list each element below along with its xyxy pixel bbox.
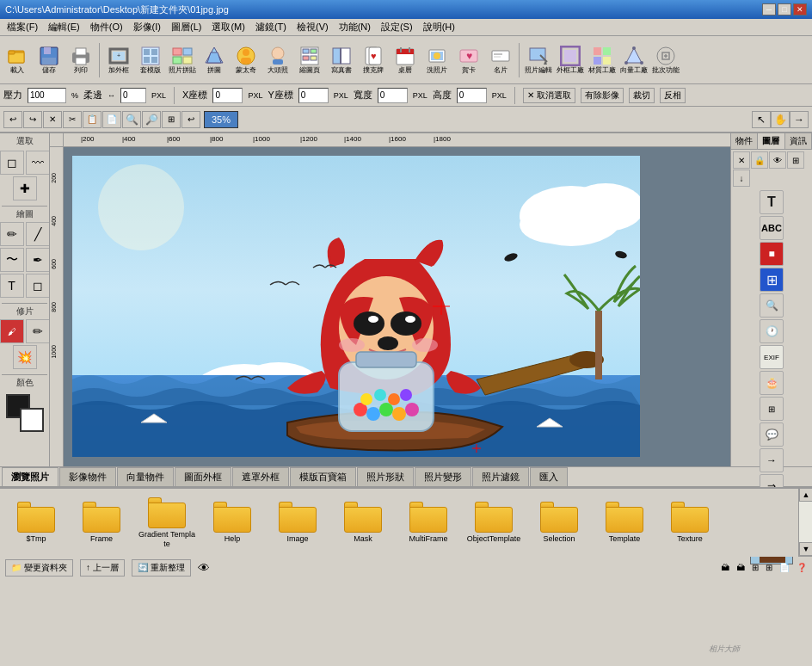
rt-eye-button[interactable]: 👁	[769, 151, 786, 169]
brush-tool[interactable]: 🖌	[0, 319, 24, 343]
help-icon[interactable]: ❓	[797, 563, 807, 572]
rt-down-button[interactable]: ↓	[733, 170, 750, 187]
namecard-button[interactable]: 名片	[485, 45, 516, 76]
folder-selection[interactable]: Selection	[528, 500, 590, 546]
tab-image-obj[interactable]: 影像物件	[59, 467, 116, 486]
minimize-button[interactable]: ─	[762, 3, 776, 15]
stamp-tool[interactable]: 💥	[13, 345, 37, 369]
grid-icon-2[interactable]: ⊞	[766, 563, 772, 572]
cut-button[interactable]: ✂	[63, 111, 82, 128]
pan-tool-button[interactable]: ✋	[771, 111, 790, 128]
redo-button[interactable]: ↪	[23, 111, 42, 128]
folder-image[interactable]: Image	[267, 500, 329, 546]
folder-objecttemplate[interactable]: ObjectTemplate	[463, 500, 525, 546]
vector-button[interactable]: 向量工廠	[618, 45, 649, 76]
menu-settings[interactable]: 設定(S)	[376, 19, 418, 35]
tab-import[interactable]: 匯入	[530, 467, 568, 486]
rt-table-tool[interactable]: ⊞	[760, 397, 784, 421]
folder-multiframe[interactable]: MultiFrame	[397, 500, 459, 546]
tab-browse[interactable]: 瀏覽照片	[2, 467, 58, 486]
menu-select[interactable]: 選取(M)	[206, 19, 250, 35]
arrow-tool-button[interactable]: →	[790, 111, 809, 128]
rt-abc-tool[interactable]: ABC	[760, 216, 784, 240]
fit-button[interactable]: ⊞	[162, 111, 181, 128]
doc-icon[interactable]: 📄	[779, 563, 790, 572]
eye-toggle[interactable]: 👁	[198, 561, 210, 575]
copy-button[interactable]: 📋	[83, 111, 102, 128]
scroll-down-button[interactable]: ▼	[799, 542, 812, 556]
actual-size-button[interactable]: ↩	[181, 111, 200, 128]
clear-shadow-button[interactable]: 有除影像	[581, 88, 624, 103]
canvas-content[interactable]	[64, 147, 730, 466]
reverse-button[interactable]: 反相	[660, 88, 686, 103]
menu-function[interactable]: 功能(N)	[334, 19, 376, 35]
tab-info[interactable]: 資訊	[785, 133, 812, 149]
tab-photo-filter[interactable]: 照片濾鏡	[472, 467, 529, 486]
tab-layer[interactable]: 圖層	[758, 133, 784, 149]
folder-frame[interactable]: Frame	[71, 500, 132, 546]
rt-exif-tool[interactable]: EXIF	[760, 345, 784, 369]
undo-button[interactable]: ↩	[3, 111, 22, 128]
curve-tool[interactable]: 〜	[0, 248, 24, 272]
tab-object[interactable]: 物件	[731, 133, 758, 149]
menu-file[interactable]: 檔案(F)	[2, 19, 43, 35]
rt-birthday-tool[interactable]: 🎂	[760, 371, 784, 395]
width-input[interactable]	[378, 88, 408, 103]
material-button[interactable]: 材質工廠	[587, 45, 618, 76]
rt-lock-button[interactable]: 🔒	[751, 151, 768, 169]
collage-button[interactable]: 照片拼貼	[167, 45, 198, 76]
menu-filter[interactable]: 濾鏡(T)	[250, 19, 292, 35]
menu-edit[interactable]: 編輯(E)	[43, 19, 85, 35]
close-button[interactable]: ✕	[793, 3, 807, 15]
print-button[interactable]: 列印	[65, 45, 96, 76]
rt-grid-button[interactable]: ⊞	[787, 151, 804, 169]
cancel-button[interactable]: ✕	[43, 111, 62, 128]
draw-button[interactable]: 拼圖	[199, 45, 230, 76]
change-dir-button[interactable]: 📁 變更資料夾	[5, 559, 73, 577]
folder-texture[interactable]: Texture	[659, 500, 721, 546]
washphoto-button[interactable]: 洗照片	[421, 45, 452, 76]
zoom-in-button[interactable]: 🔍	[122, 111, 141, 128]
thumbpage-button[interactable]: 縮圖頁	[294, 45, 325, 76]
tab-vector-obj[interactable]: 向量物件	[117, 467, 174, 486]
zoom-out-button[interactable]: 🔍	[142, 111, 161, 128]
deselect-button[interactable]: ✕ 取消選取	[523, 88, 575, 103]
tab-template-box[interactable]: 模版百寶箱	[290, 467, 356, 486]
move-tool[interactable]: ✚	[13, 176, 37, 200]
outerframe-button[interactable]: 外框工廠	[555, 45, 586, 76]
mountain-icon-1[interactable]: 🏔	[721, 563, 729, 572]
batch-button[interactable]: 批次功能	[650, 45, 681, 76]
template-button[interactable]: 套模版	[135, 45, 166, 76]
pen-tool[interactable]: ✒	[26, 248, 50, 272]
scroll-up-button[interactable]: ▲	[799, 488, 812, 502]
pencil-tool[interactable]: ✏	[0, 222, 24, 246]
rt-red-square-tool[interactable]: ■	[760, 242, 784, 266]
height-input[interactable]	[457, 88, 487, 103]
tab-mask-frame[interactable]: 遮罩外框	[232, 467, 289, 486]
rt-text-tool[interactable]: T	[760, 190, 784, 214]
eraser-tool[interactable]: ✏	[26, 319, 50, 343]
crop-button[interactable]: 裁切	[629, 88, 655, 103]
rt-magnify-tool[interactable]: 🔍	[760, 293, 784, 318]
rect-select-tool[interactable]: ◻	[0, 151, 24, 175]
reorganize-button[interactable]: 🔄 重新整理	[132, 559, 191, 577]
load-button[interactable]: 載入	[2, 45, 33, 76]
grid-icon-1[interactable]: ⊞	[752, 563, 759, 572]
calendar-button[interactable]: 桌曆	[390, 45, 421, 76]
image-canvas[interactable]	[72, 156, 640, 457]
montage-button[interactable]: 蒙太奇	[231, 45, 261, 76]
card-button[interactable]: ♥ 賀卡	[453, 45, 484, 76]
folder-tmp[interactable]: $Tmp	[5, 500, 67, 546]
folder-mask[interactable]: Mask	[332, 500, 394, 546]
poker-button[interactable]: ♥ 撲克牌	[358, 45, 389, 76]
pressure-input[interactable]	[28, 88, 66, 103]
up-button[interactable]: ↑ 上一層	[80, 559, 125, 577]
rt-blue-square-tool[interactable]: ⊞	[760, 268, 784, 292]
add-frame-button[interactable]: + 加外框	[103, 45, 134, 76]
rt-delete-button[interactable]: ✕	[733, 151, 750, 169]
tab-canvas-frame[interactable]: 圖面外框	[175, 467, 231, 486]
shape-tool[interactable]: ◻	[26, 274, 50, 298]
freehand-select-tool[interactable]: 〰	[26, 151, 50, 175]
folder-gradient[interactable]: Gradient Template	[136, 496, 198, 551]
background-color[interactable]	[20, 408, 44, 432]
